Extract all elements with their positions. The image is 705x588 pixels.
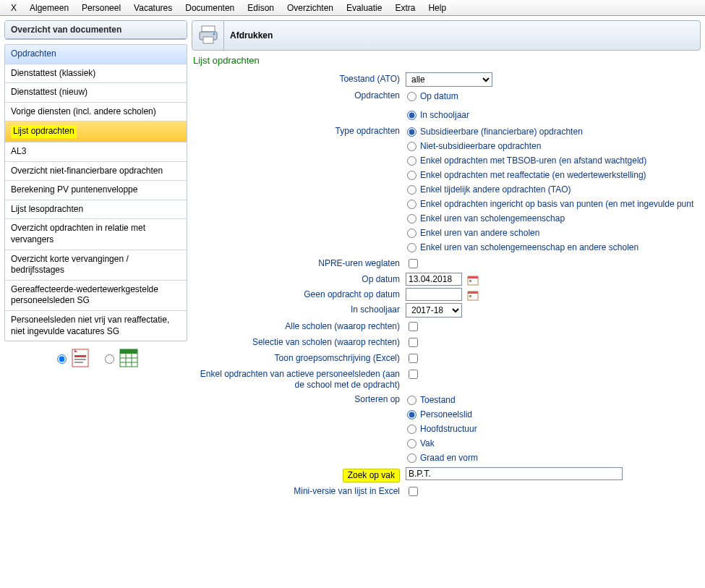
input-geen-opdracht[interactable] — [406, 288, 462, 301]
radio-sort-vak[interactable]: Vak — [406, 436, 705, 451]
select-schooljaar[interactable]: 2017-18 — [406, 303, 462, 318]
menu-vacatures[interactable]: Vacatures — [127, 1, 179, 15]
documents-list-item-selected[interactable]: Lijst opdrachten — [5, 122, 187, 142]
label-geen-opdracht: Geen opdracht op datum — [192, 287, 406, 300]
label-type-opdrachten: Type opdrachten — [192, 124, 406, 137]
radio-type-7[interactable]: Enkel uren van andere scholen — [406, 226, 705, 240]
documents-list-item[interactable]: AL3 — [5, 142, 187, 162]
radio-sort-toestand[interactable]: Toestand — [406, 393, 705, 407]
radio-type-0[interactable]: Subsidieerbare (financierbare) opdrachte… — [406, 124, 705, 139]
svg-rect-19 — [469, 295, 471, 297]
svg-rect-3 — [74, 362, 83, 363]
label-in-schooljaar: In schooljaar — [192, 302, 406, 315]
menu-bar: X Algemeen Personeel Vacatures Documente… — [0, 0, 705, 16]
export-pdf-radio[interactable] — [54, 349, 90, 367]
documents-list-item[interactable]: Vorige diensten (incl. andere scholen) — [5, 103, 187, 122]
documents-list-item[interactable]: Berekening PV puntenenveloppe — [5, 181, 187, 200]
documents-list-item[interactable]: Overzicht opdrachten in relatie met verv… — [5, 219, 187, 250]
label-mini-versie: Mini-versie van lijst in Excel — [192, 484, 406, 497]
menu-x[interactable]: X — [4, 1, 23, 15]
radio-type-1[interactable]: Niet-subsidieerbare opdrachten — [406, 139, 705, 153]
pdf-icon — [72, 349, 90, 367]
documents-list-item[interactable]: Overzicht korte vervangingen / bedrijfss… — [5, 250, 187, 281]
right-toolbar-title: Afdrukken — [224, 21, 700, 50]
menu-edison[interactable]: Edison — [241, 1, 281, 15]
radio-type-2[interactable]: Enkel opdrachten met TBSOB-uren (en afst… — [406, 153, 705, 168]
svg-rect-15 — [468, 276, 478, 278]
calendar-icon[interactable] — [467, 289, 479, 301]
menu-help[interactable]: Help — [422, 1, 453, 15]
label-op-datum: Op datum — [192, 272, 406, 285]
radio-opdrachten-opdatum[interactable]: Op datum — [406, 89, 705, 103]
menu-algemeen[interactable]: Algemeen — [23, 1, 75, 15]
label-groepsomschrijving: Toon groepsomschrijving (Excel) — [192, 351, 406, 364]
svg-rect-12 — [203, 37, 213, 43]
documents-panel-title: Overzicht van documenten — [5, 21, 187, 39]
documents-list-item[interactable]: Overzicht niet-financierbare opdrachten — [5, 162, 187, 182]
menu-overzichten[interactable]: Overzichten — [281, 1, 340, 15]
documents-list-header[interactable]: Opdrachten — [5, 45, 187, 64]
menu-evaluatie[interactable]: Evaluatie — [340, 1, 388, 15]
label-enkel-actieve: Enkel opdrachten van actieve personeelsl… — [192, 367, 406, 391]
check-alle-scholen[interactable] — [409, 322, 418, 331]
check-npre[interactable] — [409, 259, 418, 268]
menu-personeel[interactable]: Personeel — [75, 1, 127, 15]
svg-point-13 — [213, 33, 215, 35]
input-op-datum[interactable] — [406, 273, 462, 286]
print-form: Toestand (ATO) alle Opdrachten Op datum … — [192, 72, 705, 498]
radio-type-4[interactable]: Enkel tijdelijk andere opdrachten (TAO) — [406, 182, 705, 197]
menu-documenten[interactable]: Documenten — [179, 1, 241, 15]
svg-rect-2 — [74, 359, 86, 360]
documents-list: Opdrachten Dienstattest (klassiek) Diens… — [4, 44, 187, 341]
label-zoek-op-vak: Zoek op vak — [192, 466, 406, 482]
printer-icon — [197, 24, 219, 48]
check-selectie-scholen[interactable] — [409, 338, 418, 347]
radio-opdrachten-inschooljaar[interactable]: In schooljaar — [406, 108, 705, 122]
label-sorteren: Sorteren op — [192, 392, 406, 405]
label-alle-scholen: Alle scholen (waarop rechten) — [192, 319, 406, 332]
documents-list-item[interactable]: Dienstattest (klassiek) — [5, 64, 187, 84]
documents-panel: Overzicht van documenten — [4, 20, 187, 40]
check-groepsomschrijving[interactable] — [409, 354, 418, 363]
svg-rect-16 — [469, 280, 471, 282]
radio-type-3[interactable]: Enkel opdrachten met reaffectatie (en we… — [406, 168, 705, 182]
menu-extra[interactable]: Extra — [388, 1, 422, 15]
print-button[interactable] — [192, 21, 224, 50]
svg-rect-1 — [74, 355, 86, 357]
check-enkel-actieve[interactable] — [409, 370, 418, 379]
radio-type-8[interactable]: Enkel uren van scholengemeenschap en and… — [406, 240, 705, 255]
radio-sort-personeelslid[interactable]: Personeelslid — [406, 407, 705, 422]
radio-sort-hoofdstructuur[interactable]: Hoofdstructuur — [406, 422, 705, 436]
input-zoek-op-vak[interactable] — [406, 467, 623, 480]
documents-list-item[interactable]: Personeelsleden niet vrij van reaffectat… — [5, 311, 187, 341]
excel-icon — [119, 349, 138, 367]
select-toestand[interactable]: alle — [406, 72, 492, 87]
check-mini-versie[interactable] — [409, 487, 418, 496]
calendar-icon[interactable] — [467, 274, 479, 286]
label-toestand: Toestand (ATO) — [192, 72, 406, 85]
radio-type-6[interactable]: Enkel uren van scholengemeenschap — [406, 211, 705, 226]
right-toolbar: Afdrukken — [192, 20, 701, 51]
label-selectie-scholen: Selectie van scholen (waarop rechten) — [192, 335, 406, 348]
export-options — [4, 341, 187, 375]
label-npre: NPRE-uren weglaten — [192, 256, 406, 269]
label-opdrachten: Opdrachten — [192, 88, 406, 101]
svg-rect-18 — [468, 291, 478, 294]
export-excel-radio[interactable] — [101, 349, 138, 367]
documents-list-item[interactable]: Gereaffecteerde-wedertewerkgestelde pers… — [5, 281, 187, 311]
radio-sort-graad[interactable]: Graad en vorm — [406, 451, 705, 465]
documents-list-item[interactable]: Lijst lesopdrachten — [5, 200, 187, 220]
form-section-title: Lijst opdrachten — [192, 55, 705, 69]
documents-list-item[interactable]: Dienstattest (nieuw) — [5, 83, 187, 103]
radio-type-5[interactable]: Enkel opdrachten ingericht op basis van … — [406, 197, 705, 211]
svg-rect-10 — [202, 26, 215, 32]
svg-rect-5 — [120, 349, 137, 354]
